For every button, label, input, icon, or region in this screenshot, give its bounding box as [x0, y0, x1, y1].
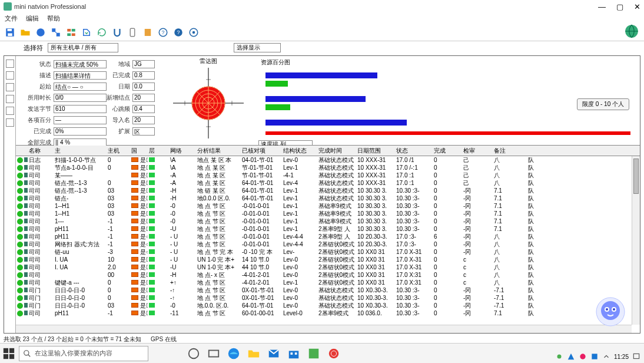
table-row[interactable]: 司司某—— 是☐-A地 点 某 区节-01-节-01-4-1基础状态模式10 X…	[16, 171, 640, 179]
table-row[interactable]: 司司pH11-1 是☐-U地 点 节 区-0-01-0-01Lev-12基率9型…	[16, 225, 640, 233]
column-header[interactable]: 国	[130, 147, 148, 155]
form-field[interactable]: 20	[132, 116, 155, 124]
strip-icon[interactable]	[6, 107, 14, 115]
table-row[interactable]: 司司链点-03 是☐-H地0.0.0 区.0.64-01-节-01Lev-1基础…	[16, 194, 640, 202]
menu-edit[interactable]: 编辑	[26, 14, 39, 23]
menu-help[interactable]: 帮助	[47, 14, 60, 23]
tray-clock[interactable]: 11:25	[614, 354, 629, 360]
filter-select-1[interactable]: 所有主机单 / 所有	[48, 43, 118, 52]
column-header[interactable]: 名称	[28, 147, 54, 155]
table-row[interactable]: 司司网络扫 器式:方法-1 是○- U地 点 节 区-0-01-0-01Lev-…	[16, 240, 640, 248]
form-field[interactable]: JG	[132, 60, 155, 68]
grid-body[interactable]: 日志扫描-1-0-0-节点0 是☐\A地点 某 区 本04-01-节-01Lev…	[16, 156, 640, 333]
strip-icon[interactable]	[6, 118, 14, 127]
table-row[interactable]: 司司pH11-1 是○- U地 点 节 区-0-01-0-01Lev-4-42基…	[16, 233, 640, 240]
form-field[interactable]: 0.8	[132, 71, 155, 80]
taskview-icon[interactable]	[207, 347, 220, 360]
menu-file[interactable]: 文件	[5, 14, 18, 23]
maximize-button[interactable]: ▢	[616, 2, 623, 11]
form-field[interactable]: 0.0	[132, 82, 155, 91]
table-row[interactable]: 司司I. UA10 是☐- UUN 1-0 完 本+14 10 节.0Lev-0…	[16, 256, 640, 263]
strip-icon[interactable]	[6, 71, 14, 80]
tray-icon[interactable]	[579, 352, 587, 361]
connect-icon[interactable]	[49, 26, 62, 39]
form-field[interactable]: 扫描结果详情	[54, 71, 107, 80]
folder-yellow-icon[interactable]	[19, 26, 32, 39]
tray-icon[interactable]	[555, 352, 563, 361]
export-icon[interactable]	[80, 26, 93, 39]
form-field[interactable]: 0.4	[132, 105, 155, 113]
close-button[interactable]: ✕	[634, 2, 640, 11]
table-row[interactable]: 司司链点-范--1-30 是☐-A地 点 某 区64-01-节-01Lev-4基…	[16, 179, 640, 187]
table-row[interactable]: 司司pH11-1 是☐-11地 点 节 区60-01-00-01Level-02…	[16, 309, 640, 317]
phone-icon[interactable]	[126, 26, 139, 39]
explorer-icon[interactable]	[247, 347, 260, 360]
table-row[interactable]: 司门日日-0-日-00 是☐-↑地 点 节 区0X-01-节-01Lev-0基础…	[16, 294, 640, 302]
column-header[interactable]: 主	[54, 147, 107, 155]
mini-bar-icon	[149, 249, 155, 254]
column-header[interactable]: 已核对项	[241, 147, 282, 155]
column-header[interactable]: 分析结果	[196, 147, 241, 155]
column-header[interactable]: 层	[148, 147, 169, 155]
form-field[interactable]: 20	[132, 94, 155, 102]
tray-notification-icon[interactable]	[632, 352, 640, 361]
store-icon[interactable]	[287, 347, 300, 360]
form-field[interactable]: 扫描未完成 50%	[54, 60, 107, 68]
column-header[interactable]: 结构状态	[282, 147, 317, 155]
refresh-icon[interactable]	[95, 26, 108, 39]
form-field[interactable]: —	[54, 116, 107, 124]
form-field[interactable]: 0%	[54, 127, 107, 136]
form-field[interactable]: 0/0	[54, 94, 107, 102]
minimize-button[interactable]: —	[598, 2, 606, 11]
start-button[interactable]	[2, 347, 15, 360]
table-row[interactable]: 日志扫描-1-0-0-节点0 是☐\A地点 某 区 本04-01-节-01Lev…	[16, 156, 640, 164]
help-icon[interactable]: ?	[157, 26, 170, 39]
taskbar-search[interactable]: 在这里输入你要搜索的内容	[19, 346, 148, 361]
filter-select-2[interactable]: 选择显示	[234, 43, 281, 52]
form-field[interactable]: 区	[132, 127, 155, 136]
tray-chevron-icon[interactable]	[602, 352, 610, 361]
save-icon[interactable]	[4, 26, 16, 39]
table-row[interactable]: 司司链-uu-3 是○- U地 点 节 完 本-0 -10 完 本Lev-2基链…	[16, 248, 640, 256]
table-row[interactable]: 司司链点-范--1-303 是☐-H地 链 某 区64-01-节-01Lev-1…	[16, 187, 640, 194]
app-red-icon[interactable]	[327, 347, 340, 360]
table-row[interactable]: 司门日日-0-日-003 是☐-0地.0.0. 区.0.64-01-节-01Le…	[16, 302, 640, 309]
tray-icon[interactable]	[567, 352, 575, 361]
tray-icon[interactable]	[590, 352, 599, 361]
magnet-icon[interactable]	[111, 26, 124, 39]
assistant-icon[interactable]	[595, 296, 626, 328]
edge-icon[interactable]	[227, 347, 240, 360]
db-icon[interactable]	[65, 26, 78, 39]
strip-icon[interactable]	[6, 95, 14, 103]
form-field[interactable]: 610	[54, 105, 107, 113]
column-header[interactable]: 完成	[433, 147, 462, 155]
globe-icon[interactable]	[624, 24, 639, 40]
table-row[interactable]: 司司I. UA2.0 是☐-UUN 1-0 完 本+44 10 节.0Lev-0…	[16, 263, 640, 271]
column-header[interactable]: 日期范围	[356, 147, 395, 155]
scrollbar-vertical[interactable]	[632, 156, 640, 325]
settings-icon[interactable]	[187, 26, 200, 39]
column-header[interactable]: 完成时间	[317, 147, 356, 155]
mail-icon[interactable]	[267, 347, 280, 360]
column-header[interactable]: 主机	[107, 147, 130, 155]
column-header[interactable]: 检审	[462, 147, 493, 155]
column-header[interactable]: 网络	[169, 147, 196, 155]
table-row[interactable]: 司司1--H103 是☐-0地 点 节 区-0-01-0-01Lev-1基础率9…	[16, 202, 640, 210]
table-row[interactable]: 司司1--H103 是☐-0地 点 节 区-0-01-0-01Lev-1基础率9…	[16, 210, 640, 217]
table-row[interactable]: 司司1----1 是☐-0地 点 节 区-0-01-0-01Lev-1基础率9模…	[16, 217, 640, 225]
table-row[interactable]: 司门日日-0-日-00 是☐-↑地 点 节 区0X-01-节-01Lev-0基础…	[16, 286, 640, 294]
table-row[interactable]: 司司键键-a ---0 是☐+↑地 点 节 区-4-01-2-01Lev-12基…	[16, 279, 640, 286]
cortana-icon[interactable]	[187, 347, 200, 360]
table-row[interactable]: 司司00 是☐-H地 点- x 区-4-01-2-01Lev-02基链状0模式1…	[16, 271, 640, 279]
table-row[interactable]: 司司节点a-1-0-0-目0 是☐\A地 点 某 区节-01-节-01Lev-1…	[16, 164, 640, 171]
folder-blue-icon[interactable]	[34, 26, 47, 39]
app-green-icon[interactable]	[307, 347, 320, 360]
column-header[interactable]: 状态	[395, 147, 433, 155]
book-icon[interactable]	[141, 26, 154, 39]
help2-icon[interactable]: ?	[172, 26, 185, 39]
strip-icon[interactable]	[6, 83, 14, 91]
form-field[interactable]: 结点○ — ○	[54, 82, 107, 91]
scrollbar-horizontal[interactable]	[16, 325, 632, 333]
strip-icon[interactable]	[6, 60, 14, 68]
column-header[interactable]: 备注	[493, 147, 527, 155]
